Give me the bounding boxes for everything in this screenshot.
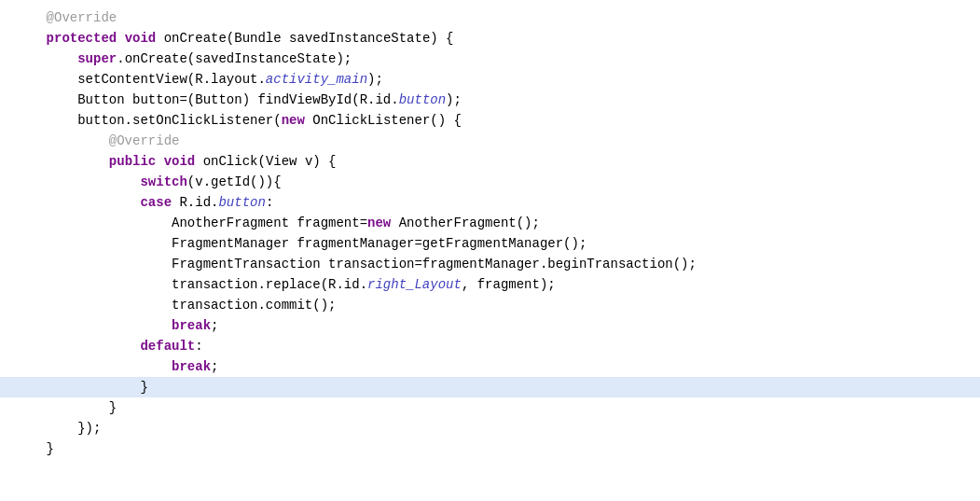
code-token: default xyxy=(140,336,195,356)
code-token: setContentView(R.layout. xyxy=(15,69,266,90)
code-line: @Override xyxy=(0,7,980,28)
code-token: right_Layout xyxy=(367,274,462,295)
code-token xyxy=(117,28,124,49)
code-token: super xyxy=(77,49,117,69)
code-token: , fragment); xyxy=(462,274,556,295)
code-token: transaction.replace(R.id. xyxy=(15,274,367,295)
code-token: onCreate(Bundle savedInstanceState) { xyxy=(156,28,453,49)
code-token: new xyxy=(367,213,391,233)
code-line: public void onClick(View v) { xyxy=(0,151,980,172)
code-token xyxy=(15,356,172,377)
code-token xyxy=(15,49,77,69)
code-token: public xyxy=(109,151,156,172)
code-token: OnClickListener() { xyxy=(305,110,462,131)
code-token: Button button=(Button) findViewById(R.id… xyxy=(15,90,399,110)
code-line: super.onCreate(savedInstanceState); xyxy=(0,49,980,69)
code-token: break xyxy=(172,315,211,336)
code-token: ); xyxy=(446,90,462,110)
code-token: ; xyxy=(211,356,218,377)
code-token: void xyxy=(164,151,196,172)
code-token: break xyxy=(172,356,211,377)
code-line: FragmentTransaction transaction=fragment… xyxy=(0,254,980,274)
code-token: void xyxy=(125,28,157,49)
code-token: ; xyxy=(211,315,218,336)
code-line: @Override xyxy=(0,131,980,151)
code-line: setContentView(R.layout.activity_main); xyxy=(0,69,980,90)
code-token: button xyxy=(218,192,265,213)
code-token: (v.getId()){ xyxy=(187,172,282,192)
code-token: } xyxy=(15,397,117,418)
code-line: case R.id.button: xyxy=(0,192,980,213)
code-token: : xyxy=(195,336,202,356)
code-token: ); xyxy=(367,69,383,90)
code-token: protected xyxy=(47,28,117,49)
code-line: transaction.commit(); xyxy=(0,295,980,315)
code-token xyxy=(15,151,109,172)
code-token: FragmentManager fragmentManager=getFragm… xyxy=(15,233,587,254)
code-token: AnotherFragment(); xyxy=(391,213,540,233)
code-token xyxy=(156,151,163,172)
code-line: break; xyxy=(0,356,980,377)
code-token xyxy=(15,172,140,192)
code-token xyxy=(15,315,172,336)
code-line: FragmentManager fragmentManager=getFragm… xyxy=(0,233,980,254)
code-line: button.setOnClickListener(new OnClickLis… xyxy=(0,110,980,131)
code-token: } xyxy=(15,377,148,397)
code-line: switch(v.getId()){ xyxy=(0,172,980,192)
code-token: }); xyxy=(15,418,101,438)
code-line: } xyxy=(0,438,980,459)
code-token: .onCreate(savedInstanceState); xyxy=(117,49,352,69)
code-token: @Override xyxy=(15,131,179,151)
code-token: onClick(View v) { xyxy=(195,151,336,172)
code-line: break; xyxy=(0,315,980,336)
code-token: new xyxy=(282,110,305,131)
code-token: } xyxy=(15,438,54,459)
code-line: } xyxy=(0,377,980,397)
code-line: protected void onCreate(Bundle savedInst… xyxy=(0,28,980,49)
code-token: R.id. xyxy=(172,192,218,213)
code-token xyxy=(15,336,140,356)
code-token: switch xyxy=(140,172,186,192)
code-token: : xyxy=(266,192,273,213)
code-line: Button button=(Button) findViewById(R.id… xyxy=(0,90,980,110)
code-token xyxy=(15,192,140,213)
code-editor: @Override protected void onCreate(Bundle… xyxy=(0,0,980,501)
code-token: AnotherFragment fragment= xyxy=(15,213,367,233)
code-token: FragmentTransaction transaction=fragment… xyxy=(15,254,697,274)
code-token: activity_main xyxy=(266,69,367,90)
code-token: @Override xyxy=(15,7,117,28)
code-line: transaction.replace(R.id.right_Layout, f… xyxy=(0,274,980,295)
code-line: } xyxy=(0,397,980,418)
code-token: button.setOnClickListener( xyxy=(15,110,282,131)
code-token: transaction.commit(); xyxy=(15,295,336,315)
code-line: AnotherFragment fragment=new AnotherFrag… xyxy=(0,213,980,233)
code-token xyxy=(15,28,47,49)
code-line: }); xyxy=(0,418,980,438)
code-line: default: xyxy=(0,336,980,356)
code-token: case xyxy=(140,192,172,213)
code-token: button xyxy=(399,90,446,110)
